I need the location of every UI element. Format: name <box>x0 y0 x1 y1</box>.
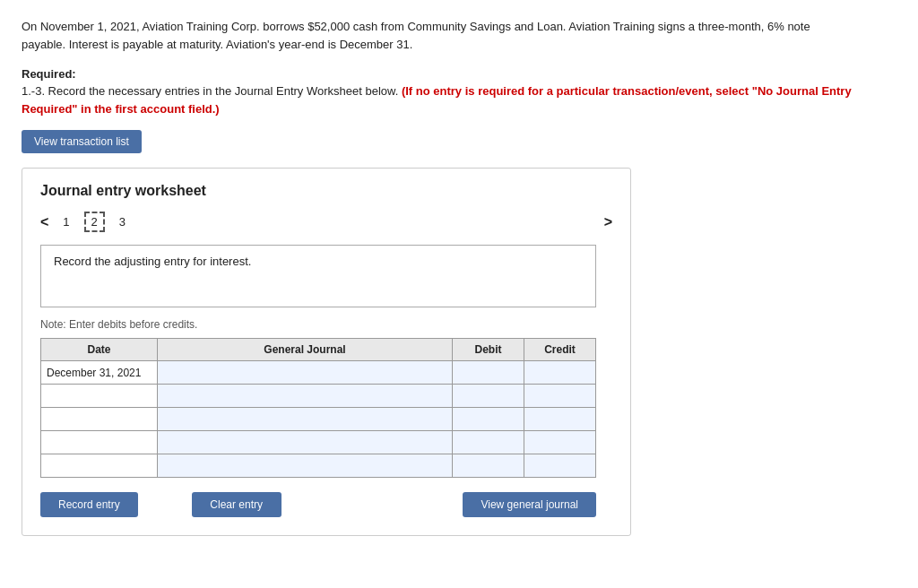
buttons-row: Record entry Clear entry View general jo… <box>40 492 596 517</box>
debit-input-1[interactable] <box>453 361 524 384</box>
debit-cell-4[interactable] <box>453 431 524 454</box>
credit-cell-2[interactable] <box>524 385 596 408</box>
required-label: Required: <box>22 67 896 81</box>
debit-cell-2[interactable] <box>453 385 524 408</box>
clear-entry-button[interactable]: Clear entry <box>192 492 281 517</box>
pagination-prev[interactable]: < <box>40 214 48 230</box>
debit-input-3[interactable] <box>453 408 524 430</box>
journal-input-5[interactable] <box>158 454 452 477</box>
date-cell-4 <box>41 431 158 454</box>
credit-cell-1[interactable] <box>524 361 596 385</box>
pagination: < 1 2 3 > <box>40 212 612 232</box>
credit-input-1[interactable] <box>524 361 595 384</box>
journal-input-1[interactable] <box>158 361 452 384</box>
record-entry-button[interactable]: Record entry <box>40 492 138 517</box>
debit-cell-3[interactable] <box>453 408 524 431</box>
credit-cell-4[interactable] <box>524 431 596 454</box>
instruction-text: 1.-3. Record the necessary entries in th… <box>22 84 852 116</box>
journal-input-4[interactable] <box>158 431 452 454</box>
journal-input-3[interactable] <box>158 408 452 430</box>
journal-cell-5[interactable] <box>158 454 453 478</box>
page-1[interactable]: 1 <box>57 213 74 230</box>
credit-input-2[interactable] <box>524 385 595 407</box>
journal-table: Date General Journal Debit Credit Decemb… <box>40 338 596 478</box>
worksheet-container: Journal entry worksheet < 1 2 3 > Record… <box>22 168 631 536</box>
debit-input-5[interactable] <box>453 454 524 477</box>
table-row <box>41 431 596 454</box>
debit-input-2[interactable] <box>453 385 524 407</box>
pagination-next[interactable]: > <box>604 214 612 230</box>
table-row <box>41 408 596 431</box>
header-date: Date <box>41 339 158 361</box>
credit-input-4[interactable] <box>524 431 595 454</box>
view-general-journal-button[interactable]: View general journal <box>463 492 596 517</box>
page-2-active[interactable]: 2 <box>84 212 105 232</box>
note-text: Note: Enter debits before credits. <box>40 318 612 331</box>
page-3[interactable]: 3 <box>114 213 131 230</box>
journal-cell-3[interactable] <box>158 408 453 431</box>
credit-cell-3[interactable] <box>524 408 596 431</box>
debit-input-4[interactable] <box>453 431 524 454</box>
view-transaction-button[interactable]: View transaction list <box>22 130 142 153</box>
date-cell-5 <box>41 454 158 478</box>
debit-cell-5[interactable] <box>453 454 524 478</box>
journal-cell-2[interactable] <box>158 385 453 408</box>
date-cell-2 <box>41 385 158 408</box>
entry-description: Record the adjusting entry for interest. <box>40 245 596 307</box>
credit-cell-5[interactable] <box>524 454 596 478</box>
table-row <box>41 385 596 408</box>
table-row <box>41 454 596 478</box>
instruction-plain: 1.-3. Record the necessary entries in th… <box>22 84 402 98</box>
worksheet-title: Journal entry worksheet <box>40 183 612 199</box>
header-general-journal: General Journal <box>158 339 453 361</box>
table-row: December 31, 2021 <box>41 361 596 385</box>
credit-input-3[interactable] <box>524 408 595 430</box>
journal-cell-1[interactable] <box>158 361 453 385</box>
header-debit: Debit <box>453 339 524 361</box>
date-cell-3 <box>41 408 158 431</box>
journal-input-2[interactable] <box>158 385 452 407</box>
credit-input-5[interactable] <box>524 454 595 477</box>
intro-text: On November 1, 2021, Aviation Training C… <box>22 18 828 53</box>
date-cell-1: December 31, 2021 <box>41 361 158 385</box>
journal-cell-4[interactable] <box>158 431 453 454</box>
header-credit: Credit <box>524 339 596 361</box>
debit-cell-1[interactable] <box>453 361 524 385</box>
